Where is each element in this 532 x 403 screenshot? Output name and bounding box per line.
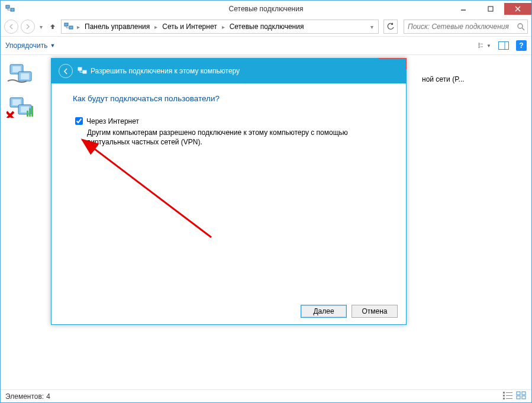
organize-menu[interactable]: Упорядочить ▼ bbox=[5, 41, 55, 50]
svg-rect-44 bbox=[522, 392, 525, 395]
maximize-button[interactable] bbox=[477, 3, 504, 15]
option-description: Другим компьютерам разрешено подключение… bbox=[87, 128, 365, 147]
large-icons-view-button[interactable] bbox=[516, 391, 527, 401]
nav-forward-button[interactable] bbox=[21, 20, 35, 34]
dialog-heading: Как будут подключаться пользователи? bbox=[73, 94, 385, 103]
dialog-body: Как будут подключаться пользователи? Чер… bbox=[51, 83, 406, 298]
svg-rect-12 bbox=[478, 46, 480, 48]
organize-label: Упорядочить bbox=[5, 41, 47, 50]
svg-rect-24 bbox=[27, 111, 28, 117]
chevron-down-icon: ▼ bbox=[50, 43, 55, 49]
chevron-right-icon: ▸ bbox=[221, 24, 226, 30]
svg-rect-6 bbox=[65, 23, 68, 26]
svg-rect-25 bbox=[29, 108, 31, 117]
network-connections-icon bbox=[78, 66, 87, 76]
through-internet-label: Через Интернет bbox=[86, 117, 139, 125]
breadcrumb-segment[interactable]: Сетевые подключения bbox=[227, 22, 307, 31]
through-internet-checkbox[interactable] bbox=[75, 117, 83, 125]
svg-rect-3 bbox=[488, 7, 493, 11]
svg-rect-17 bbox=[12, 66, 21, 72]
option-row: Через Интернет bbox=[75, 117, 385, 125]
nav-up-button[interactable] bbox=[47, 21, 59, 33]
network-adapter-icon bbox=[7, 63, 35, 85]
view-options-button[interactable]: ▼ bbox=[478, 39, 491, 52]
svg-rect-33 bbox=[78, 67, 82, 70]
details-view-button[interactable] bbox=[503, 391, 514, 401]
connection-item-label: ной сети (P... bbox=[422, 75, 465, 83]
content-area: ной сети (P... bbox=[1, 55, 531, 389]
svg-rect-39 bbox=[503, 395, 505, 396]
nav-back-button[interactable] bbox=[4, 20, 18, 34]
refresh-button[interactable] bbox=[383, 20, 398, 34]
svg-rect-1 bbox=[11, 8, 14, 11]
svg-rect-26 bbox=[31, 106, 33, 117]
annotation-arrow bbox=[51, 83, 407, 302]
connection-item[interactable] bbox=[7, 63, 35, 85]
explorer-window: Сетевые подключения ▾ bbox=[0, 0, 532, 403]
network-connections-icon bbox=[5, 4, 15, 14]
svg-line-9 bbox=[522, 28, 524, 30]
svg-rect-21 bbox=[12, 99, 21, 105]
cancel-button[interactable]: Отмена bbox=[352, 305, 398, 318]
search-icon bbox=[517, 22, 525, 31]
breadcrumb-segment[interactable]: Панель управления bbox=[82, 22, 152, 31]
dialog-header: Разрешить подключения к этому компьютеру bbox=[51, 59, 406, 83]
status-bar: Элементов: 4 bbox=[1, 389, 531, 402]
connection-item[interactable] bbox=[7, 96, 35, 118]
chevron-down-icon: ▼ bbox=[486, 43, 491, 49]
svg-rect-45 bbox=[517, 396, 520, 399]
svg-rect-7 bbox=[69, 26, 73, 29]
status-items-count: 4 bbox=[46, 392, 50, 401]
svg-rect-14 bbox=[499, 42, 509, 50]
breadcrumb-segment[interactable]: Сеть и Интернет bbox=[160, 22, 219, 31]
window-controls bbox=[450, 3, 531, 15]
next-button[interactable]: Далее bbox=[301, 305, 347, 318]
nav-history-dropdown[interactable]: ▾ bbox=[37, 24, 44, 30]
svg-point-8 bbox=[518, 24, 523, 28]
svg-rect-46 bbox=[522, 396, 525, 399]
svg-rect-10 bbox=[478, 43, 480, 45]
svg-rect-34 bbox=[83, 70, 86, 73]
chevron-right-icon: ▸ bbox=[153, 24, 159, 30]
svg-rect-0 bbox=[6, 5, 9, 8]
svg-line-36 bbox=[82, 140, 211, 237]
help-button[interactable]: ? bbox=[516, 40, 527, 51]
svg-rect-37 bbox=[503, 392, 505, 394]
svg-rect-41 bbox=[503, 398, 505, 399]
chevron-right-icon: ▸ bbox=[76, 24, 81, 30]
breadcrumb-dropdown[interactable]: ▾ bbox=[366, 24, 377, 30]
preview-pane-button[interactable] bbox=[497, 39, 510, 52]
breadcrumb[interactable]: ▸ Панель управления ▸ Сеть и Интернет ▸ … bbox=[61, 20, 379, 34]
connection-item-truncated[interactable]: ной сети (P... bbox=[422, 75, 465, 83]
dialog-title: Разрешить подключения к этому компьютеру bbox=[91, 67, 240, 75]
minimize-button[interactable] bbox=[450, 3, 477, 15]
address-bar: ▾ ▸ Панель управления ▸ Сеть и Интернет … bbox=[1, 17, 531, 36]
wizard-dialog: Разрешить подключения к этому компьютеру… bbox=[51, 58, 407, 325]
search-box[interactable] bbox=[404, 20, 528, 34]
svg-rect-19 bbox=[21, 73, 29, 79]
close-button[interactable] bbox=[504, 3, 531, 15]
search-input[interactable] bbox=[407, 22, 517, 31]
toolbar: Упорядочить ▼ ▼ ? bbox=[1, 36, 531, 55]
dialog-footer: Далее Отмена bbox=[51, 298, 406, 324]
network-connections-icon bbox=[64, 22, 73, 31]
titlebar: Сетевые подключения bbox=[1, 1, 531, 17]
dialog-back-button[interactable] bbox=[59, 64, 73, 78]
network-adapter-disabled-icon bbox=[7, 96, 35, 118]
status-items-label: Элементов: bbox=[5, 392, 44, 401]
svg-rect-43 bbox=[517, 392, 520, 395]
